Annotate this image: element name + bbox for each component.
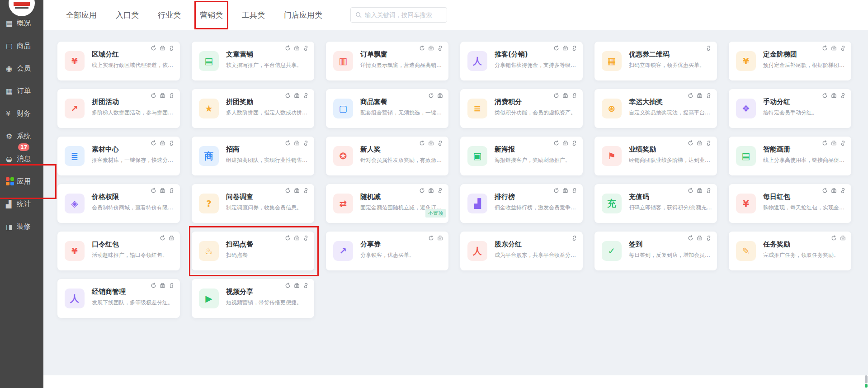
uninstall-icon[interactable] xyxy=(428,45,434,51)
app-card[interactable]: 人 推客(分销) 分享销售获得佣金，支持多等级二... xyxy=(460,42,583,80)
refresh-icon[interactable] xyxy=(428,93,434,99)
link-icon[interactable] xyxy=(303,45,309,51)
refresh-icon[interactable] xyxy=(285,283,291,289)
link-icon[interactable] xyxy=(706,188,712,194)
uninstall-icon[interactable] xyxy=(160,188,165,194)
refresh-icon[interactable] xyxy=(822,188,828,194)
link-icon[interactable] xyxy=(169,140,175,146)
link-icon[interactable] xyxy=(840,140,846,146)
app-card[interactable]: ♨ 扫码点餐 扫码点餐 xyxy=(192,232,314,270)
refresh-icon[interactable] xyxy=(553,188,559,194)
refresh-icon[interactable] xyxy=(822,140,828,146)
app-card[interactable]: ⚑ 业绩奖励 经销商团队业绩多阶梯，达到业绩... xyxy=(594,137,717,175)
app-card[interactable]: ▤ 智能画册 线上分享高使用率，链接商品促成... xyxy=(729,137,851,175)
refresh-icon[interactable] xyxy=(688,93,693,99)
refresh-icon[interactable] xyxy=(151,93,156,99)
refresh-icon[interactable] xyxy=(419,140,425,146)
uninstall-icon[interactable] xyxy=(831,188,837,194)
tab[interactable]: 营销类 xyxy=(199,6,224,24)
refresh-icon[interactable] xyxy=(151,188,156,194)
refresh-icon[interactable] xyxy=(285,93,291,99)
tab[interactable]: 全部应用 xyxy=(65,6,98,24)
link-icon[interactable] xyxy=(169,45,175,51)
app-card[interactable]: ▟ 排行榜 佣金收益排行榜，激发会员竞争力。 xyxy=(460,184,583,223)
app-card[interactable]: ⇄ 随机减 固定金额范围随机立减，避免订单... 不置顶 xyxy=(326,184,448,223)
app-card[interactable]: ▦ 优惠券二维码 扫码立即锁客，领券优惠买单。 xyxy=(594,42,717,80)
link-icon[interactable] xyxy=(303,140,309,146)
uninstall-icon[interactable] xyxy=(294,235,300,241)
link-icon[interactable] xyxy=(303,93,309,99)
app-card[interactable]: ¥ 区域分红 线上实现行政区域代理渠道，依据... xyxy=(57,42,180,80)
uninstall-icon[interactable] xyxy=(562,93,568,99)
link-icon[interactable] xyxy=(437,188,443,194)
app-card[interactable]: ¥ 定金阶梯团 预付定金后补尾款，根据阶梯团人... xyxy=(729,42,851,80)
uninstall-icon[interactable] xyxy=(840,235,846,241)
app-card[interactable]: ✓ 签到 每日签到，反复到店，增加会员粘... xyxy=(594,232,717,270)
app-card[interactable]: ≣ 素材中心 推客素材库，一键保存，快速分享。 xyxy=(57,137,180,175)
refresh-icon[interactable] xyxy=(553,140,559,146)
sidebar-item[interactable]: 应用 xyxy=(0,170,43,193)
link-icon[interactable] xyxy=(571,93,577,99)
link-icon[interactable] xyxy=(706,140,712,146)
sidebar-item[interactable]: ▟ 统计 xyxy=(0,193,43,215)
app-card[interactable]: ↗ 拼团活动 多阶梯人数拼团活动，参与拼团优... xyxy=(57,89,180,128)
refresh-icon[interactable] xyxy=(553,45,559,51)
refresh-icon[interactable] xyxy=(419,188,425,194)
uninstall-icon[interactable] xyxy=(831,140,837,146)
link-icon[interactable] xyxy=(169,93,175,99)
tab[interactable]: 行业类 xyxy=(157,6,182,24)
app-card[interactable]: ⊛ 幸运大抽奖 自定义奖品抽奖玩法，提高平台粉... xyxy=(594,89,717,128)
link-icon[interactable] xyxy=(303,188,309,194)
app-card[interactable]: ✪ 新人奖 针对会员属性发放奖励，有效激活... xyxy=(326,137,448,175)
uninstall-icon[interactable] xyxy=(428,140,434,146)
search-input[interactable] xyxy=(365,11,442,19)
uninstall-icon[interactable] xyxy=(697,188,703,194)
link-icon[interactable] xyxy=(303,235,309,241)
app-card[interactable]: ▤ 文章营销 软文撰写推广，平台信息共享。 xyxy=(192,42,314,80)
refresh-icon[interactable] xyxy=(822,93,828,99)
link-icon[interactable] xyxy=(437,45,443,51)
app-card[interactable]: ¥ 口令红包 活动趣味推广，输口令领红包。 xyxy=(57,232,180,270)
refresh-icon[interactable] xyxy=(285,45,291,51)
sidebar-item[interactable]: ▤ 概况 xyxy=(0,12,43,34)
uninstall-icon[interactable] xyxy=(697,235,703,241)
refresh-icon[interactable] xyxy=(151,45,156,51)
link-icon[interactable] xyxy=(571,45,577,51)
tab[interactable]: 门店应用类 xyxy=(283,6,323,24)
sidebar-item[interactable]: ▢ 商品 xyxy=(0,34,43,57)
link-icon[interactable] xyxy=(840,188,846,194)
app-card[interactable]: ≡ 消费积分 类似积分功能，会员的虚拟资产。 xyxy=(460,89,583,128)
uninstall-icon[interactable] xyxy=(294,140,300,146)
refresh-icon[interactable] xyxy=(688,235,693,241)
sidebar-item[interactable]: ▦ 订单 xyxy=(0,80,43,102)
uninstall-icon[interactable] xyxy=(562,140,568,146)
app-card[interactable]: 人 经销商管理 发展下线团队，多等级极差分红。 xyxy=(57,279,180,318)
link-icon[interactable] xyxy=(571,188,577,194)
uninstall-icon[interactable] xyxy=(294,283,300,289)
app-card[interactable]: 人 股东分红 成为平台股东，共享平台收益分红。 xyxy=(460,232,583,270)
uninstall-icon[interactable] xyxy=(437,235,443,241)
link-icon[interactable] xyxy=(571,140,577,146)
refresh-icon[interactable] xyxy=(151,140,156,146)
link-icon[interactable] xyxy=(169,188,175,194)
app-card[interactable]: ▶ 视频分享 短视频营销，带货传播更便捷。 xyxy=(192,279,314,318)
refresh-icon[interactable] xyxy=(151,283,156,289)
refresh-icon[interactable] xyxy=(428,235,434,241)
sidebar-item[interactable]: ◨ 装修 xyxy=(0,215,43,238)
scrollbar-thumb[interactable] xyxy=(865,375,868,383)
refresh-icon[interactable] xyxy=(285,235,291,241)
tab[interactable]: 工具类 xyxy=(241,6,266,24)
uninstall-icon[interactable] xyxy=(160,283,165,289)
link-icon[interactable] xyxy=(706,45,712,51)
app-card[interactable]: ▥ 订单飘窗 详情页显示飘窗，营造商品高销量。 xyxy=(326,42,448,80)
uninstall-icon[interactable] xyxy=(160,45,165,51)
refresh-icon[interactable] xyxy=(688,188,693,194)
sidebar-item[interactable]: ¥ 财务 xyxy=(0,102,43,125)
link-icon[interactable] xyxy=(303,283,309,289)
uninstall-icon[interactable] xyxy=(160,93,165,99)
uninstall-icon[interactable] xyxy=(428,188,434,194)
app-card[interactable]: ★ 拼团奖励 多人数阶拼团，指定人数成功拼团。 xyxy=(192,89,314,128)
uninstall-icon[interactable] xyxy=(437,93,443,99)
link-icon[interactable] xyxy=(840,93,846,99)
app-card[interactable]: ▣ 新海报 海报链接客户，奖励刺激推广。 xyxy=(460,137,583,175)
